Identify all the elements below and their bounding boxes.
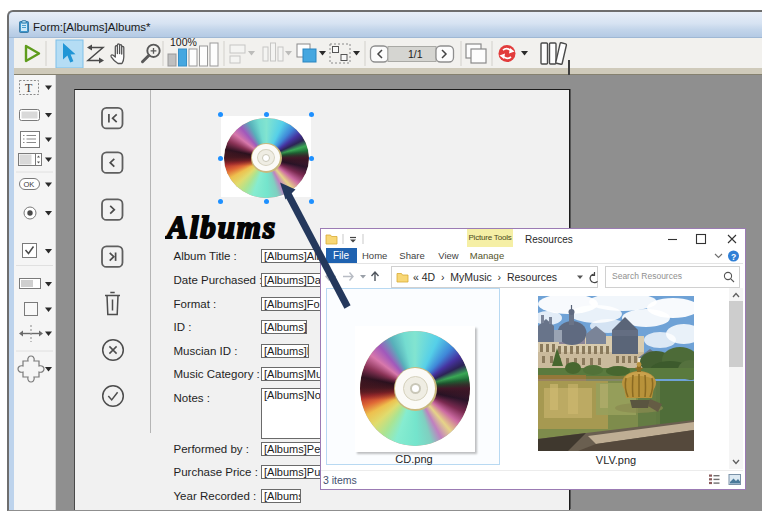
svg-text:?: ? xyxy=(731,252,736,262)
svg-text:T: T xyxy=(25,81,33,95)
svg-text:1/1: 1/1 xyxy=(408,48,423,60)
svg-text:Albums: Albums xyxy=(165,210,275,245)
svg-text:OK: OK xyxy=(24,180,35,189)
svg-text:100%: 100% xyxy=(170,38,197,48)
